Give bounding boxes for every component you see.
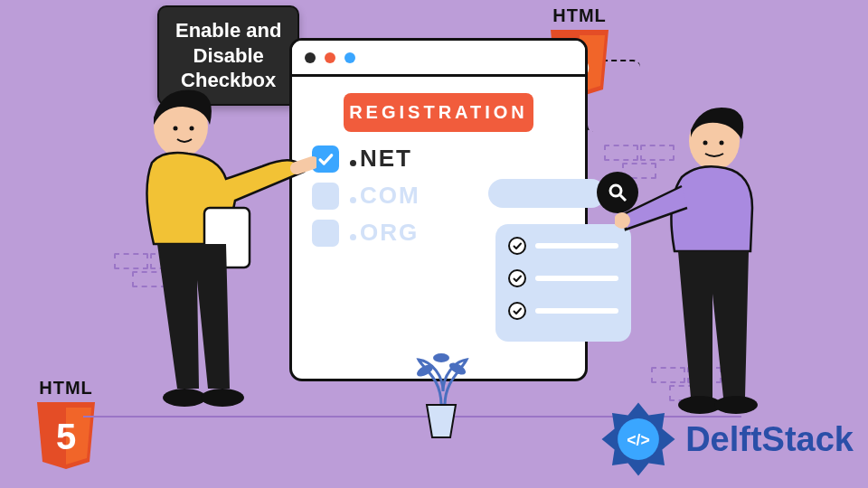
brand-name: DelftStack bbox=[685, 420, 854, 459]
checklist-panel bbox=[495, 224, 631, 342]
check-circle-icon bbox=[508, 302, 526, 320]
svg-point-12 bbox=[703, 141, 708, 145]
window-dot-icon bbox=[325, 52, 335, 63]
placeholder-bar bbox=[535, 243, 618, 249]
svg-point-7 bbox=[190, 127, 194, 131]
placeholder-bar bbox=[535, 276, 618, 281]
svg-point-9 bbox=[163, 389, 206, 407]
svg-point-13 bbox=[720, 141, 724, 145]
svg-text:</>: </> bbox=[627, 431, 649, 449]
html5-label: HTML bbox=[25, 378, 107, 399]
placeholder-bar bbox=[535, 308, 618, 314]
search-input[interactable] bbox=[488, 179, 606, 208]
html5-version: 5 bbox=[56, 417, 76, 456]
window-titlebar bbox=[292, 41, 585, 77]
tooltip-line: Disable bbox=[175, 43, 281, 69]
canvas: Enable and Disable Checkbox HTML 5 HTML … bbox=[0, 0, 868, 488]
tooltip-line: Enable and bbox=[175, 18, 281, 43]
html5-badge-bottom: HTML 5 bbox=[25, 378, 107, 471]
tld-label: COM bbox=[350, 182, 420, 210]
html5-shield-icon: 5 bbox=[32, 400, 100, 471]
check-icon bbox=[316, 150, 335, 168]
window-dot-icon bbox=[344, 52, 355, 63]
checklist-row bbox=[508, 302, 618, 320]
person-right bbox=[615, 99, 796, 416]
domain-row-net[interactable]: NET bbox=[312, 145, 565, 173]
tld-label: ORG bbox=[350, 219, 419, 247]
brand: </> DelftStack bbox=[599, 399, 854, 479]
checklist-row bbox=[508, 237, 618, 255]
window-dot-icon bbox=[305, 52, 316, 63]
check-circle-icon bbox=[508, 237, 526, 255]
checklist-row bbox=[508, 269, 618, 287]
svg-point-4 bbox=[433, 353, 449, 362]
registration-button[interactable]: REGISTRATION bbox=[344, 93, 533, 132]
svg-point-6 bbox=[174, 127, 178, 131]
person-left bbox=[118, 81, 316, 416]
html5-label: HTML bbox=[539, 5, 620, 26]
tld-label: NET bbox=[350, 145, 412, 173]
svg-point-10 bbox=[201, 389, 244, 407]
brand-seal-icon: </> bbox=[599, 399, 678, 479]
plant-icon bbox=[405, 351, 477, 441]
check-circle-icon bbox=[508, 269, 526, 287]
